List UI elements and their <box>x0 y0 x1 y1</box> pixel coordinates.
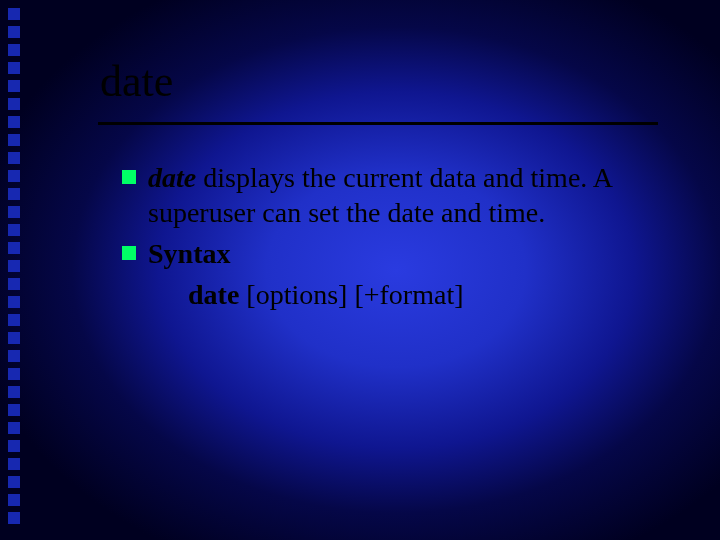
title-divider <box>98 122 658 125</box>
syntax-text: date [options] [+format] <box>188 277 464 312</box>
bullet-text: Syntax <box>148 236 230 271</box>
bullet-text: date displays the current data and time.… <box>148 160 680 230</box>
bullet-square-icon <box>122 246 136 260</box>
syntax-line: date [options] [+format] <box>122 277 680 312</box>
syntax-args: [options] [+format] <box>239 279 463 310</box>
command-name: date <box>148 162 196 193</box>
bullet-rest: displays the current data and time. A su… <box>148 162 611 228</box>
slide: date date displays the current data and … <box>0 0 720 540</box>
slide-title: date <box>100 56 173 107</box>
left-decorative-squares <box>8 0 22 540</box>
slide-content: date displays the current data and time.… <box>122 160 680 318</box>
bullet-square-icon <box>122 170 136 184</box>
syntax-heading: Syntax <box>148 238 230 269</box>
bullet-item: Syntax <box>122 236 680 271</box>
syntax-command: date <box>188 279 239 310</box>
bullet-item: date displays the current data and time.… <box>122 160 680 230</box>
